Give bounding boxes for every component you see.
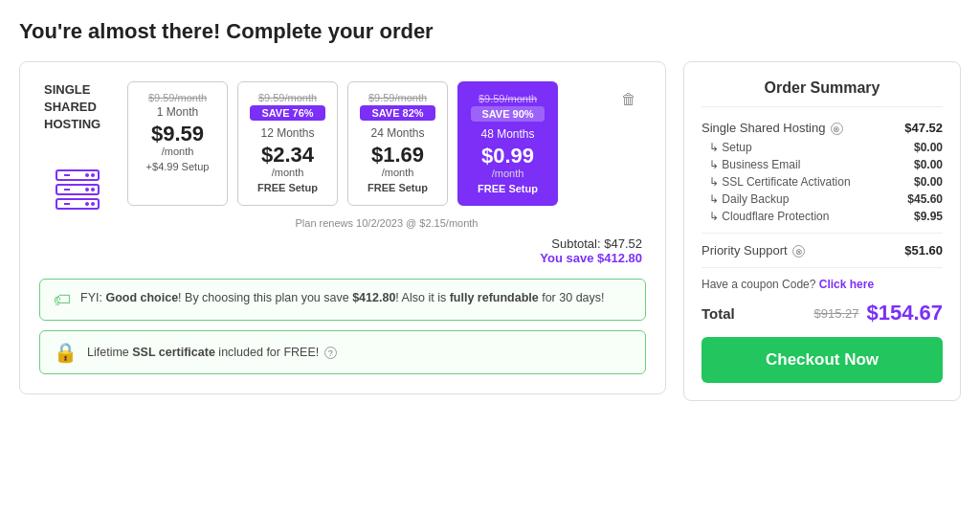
svg-point-6 [85, 188, 89, 191]
plan-section: SINGLESHAREDHOSTING [39, 81, 646, 265]
savings-text: You save $412.80 [540, 251, 642, 265]
svg-point-7 [91, 188, 95, 191]
final-total: $154.67 [866, 301, 943, 325]
summary-divider-1 [702, 233, 943, 234]
duration-1month: 1 Month [140, 105, 215, 119]
price-12months: $2.34 [250, 144, 325, 167]
plan-card-12months[interactable]: $9.59/month SAVE 76% 12 Months $2.34 /mo… [237, 81, 338, 206]
trash-icon[interactable]: 🗑 [621, 91, 636, 108]
summary-main-item: Single Shared Hosting ⊗ $47.52 [702, 121, 943, 135]
svg-point-3 [91, 173, 95, 177]
plan-options: $9.59/month 1 Month $9.59 /month +$4.99 … [127, 81, 646, 206]
shield-icon: 🔒 [54, 341, 78, 364]
original-total: $915.27 [813, 306, 858, 321]
per-month-48months: /month [471, 168, 545, 179]
setup-24months: FREE Setup [360, 182, 435, 193]
original-price-48months: $9.59/month [471, 93, 545, 104]
ssl-box: 🔒 Lifetime SSL certificate included for … [39, 330, 646, 374]
sub-item-daily-backup: ↳ Daily Backup $45.60 [702, 192, 943, 206]
ssl-info-icon[interactable]: ? [324, 347, 337, 359]
left-panel: SINGLESHAREDHOSTING [19, 61, 666, 394]
total-label: Total [702, 305, 735, 322]
order-summary-panel: Order Summary Single Shared Hosting ⊗ $4… [683, 61, 961, 401]
subtotal-value: $47.52 [604, 236, 642, 251]
duration-12months: 12 Months [250, 126, 325, 140]
per-month-24months: /month [360, 167, 435, 178]
plan-card-1month[interactable]: $9.59/month 1 Month $9.59 /month +$4.99 … [127, 81, 228, 206]
plan-renews-note: Plan renews 10/2/2023 @ $2.15/month [127, 217, 646, 229]
page-title: You're almost there! Complete your order [19, 19, 961, 44]
setup-1month: +$4.99 Setup [140, 161, 215, 172]
original-price-12months: $9.59/month [250, 92, 325, 103]
fyi-box: 🏷 FYI: Good choice! By choosing this pla… [39, 279, 646, 321]
duration-24months: 24 Months [360, 126, 435, 140]
main-item-info-icon[interactable]: ⊗ [831, 123, 843, 135]
original-price-1month: $9.59/month [140, 92, 215, 103]
main-layout: SINGLESHAREDHOSTING [19, 61, 961, 401]
ssl-text: Lifetime SSL certificate included for FR… [87, 346, 337, 359]
total-prices: $915.27 $154.67 [813, 301, 943, 325]
original-price-24months: $9.59/month [360, 92, 435, 103]
price-48months: $0.99 [471, 145, 545, 168]
coupon-link[interactable]: Click here [819, 278, 874, 291]
sub-item-business-email: ↳ Business Email $0.00 [702, 158, 943, 171]
sub-item-ssl-activation: ↳ SSL Certificate Activation $0.00 [702, 175, 943, 189]
main-item-label: Single Shared Hosting ⊗ [702, 121, 843, 135]
svg-point-11 [91, 202, 95, 206]
fyi-text: FYI: Good choice! By choosing this plan … [80, 289, 605, 307]
priority-support-label: Priority Support ⊗ [702, 243, 805, 258]
subtotal-label: Subtotal: [551, 236, 600, 251]
priority-info-icon[interactable]: ⊗ [792, 245, 805, 258]
setup-12months: FREE Setup [250, 182, 325, 193]
total-row: Total $915.27 $154.67 [702, 301, 943, 325]
price-1month: $9.59 [140, 123, 215, 146]
price-24months: $1.69 [360, 144, 435, 167]
tag-icon: 🏷 [54, 290, 71, 310]
sub-item-cloudflare: ↳ Cloudflare Protection $9.95 [702, 210, 943, 223]
hosting-icon [51, 163, 104, 225]
per-month-12months: /month [250, 167, 325, 178]
summary-divider-2 [702, 267, 943, 268]
order-summary-title: Order Summary [702, 79, 943, 107]
setup-48months: FREE Setup [471, 183, 545, 194]
plan-card-48months[interactable]: $9.59/month SAVE 90% 48 Months $0.99 /mo… [457, 81, 558, 206]
priority-support-price: $51.60 [904, 243, 943, 258]
subtotal-text: Subtotal: $47.52 [551, 236, 642, 251]
save-badge-24months: SAVE 82% [360, 105, 435, 121]
svg-point-10 [85, 202, 89, 206]
coupon-text: Have a coupon Code? [702, 278, 815, 291]
plan-label: SINGLESHAREDHOSTING [44, 81, 111, 134]
checkout-button[interactable]: Checkout Now [702, 337, 943, 383]
plan-card-24months[interactable]: $9.59/month SAVE 82% 24 Months $1.69 /mo… [347, 81, 448, 206]
save-badge-12months: SAVE 76% [250, 105, 325, 121]
subtotal-row: Subtotal: $47.52 You save $412.80 [127, 236, 646, 265]
coupon-row: Have a coupon Code? Click here [702, 278, 943, 291]
sub-item-setup: ↳ Setup $0.00 [702, 141, 943, 154]
save-badge-48months: SAVE 90% [471, 106, 545, 122]
priority-support-line: Priority Support ⊗ $51.60 [702, 243, 943, 258]
per-month-1month: /month [140, 146, 215, 157]
svg-point-2 [85, 173, 89, 177]
main-item-price: $47.52 [904, 121, 943, 135]
duration-48months: 48 Months [471, 127, 545, 141]
